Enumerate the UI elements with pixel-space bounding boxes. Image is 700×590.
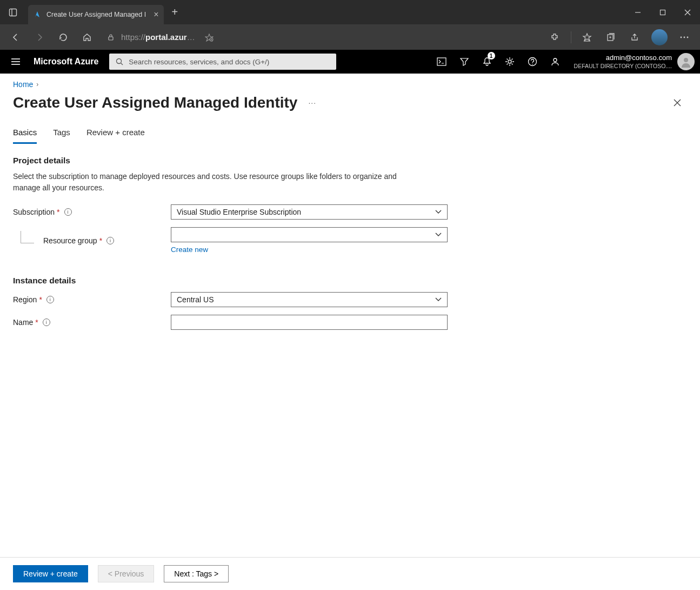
- required-marker: *: [99, 236, 102, 245]
- svg-line-21: [121, 63, 123, 65]
- info-icon[interactable]: i: [43, 319, 50, 326]
- global-search-input[interactable]: Search resources, services, and docs (G+…: [109, 54, 336, 70]
- svg-point-15: [684, 36, 685, 38]
- next-button[interactable]: Next : Tags >: [164, 565, 229, 582]
- svg-point-20: [117, 59, 122, 64]
- browser-toolbar: https://portal.azur…: [0, 24, 700, 50]
- subscription-label: Subscription: [13, 208, 55, 216]
- account-email: admin@contoso.com: [574, 54, 672, 63]
- create-new-link[interactable]: Create new: [171, 246, 208, 254]
- home-button[interactable]: [77, 27, 97, 48]
- window-minimize-button[interactable]: [625, 0, 650, 24]
- name-input[interactable]: [171, 315, 448, 330]
- info-icon[interactable]: i: [64, 208, 72, 216]
- settings-icon[interactable]: [498, 50, 521, 74]
- tab-strip-icon[interactable]: [8, 7, 18, 18]
- account-directory: DEFAULT DIRECTORY (CONTOSO....: [574, 63, 672, 70]
- svg-point-23: [508, 60, 511, 63]
- svg-point-25: [532, 64, 533, 65]
- new-tab-button[interactable]: +: [171, 6, 178, 18]
- region-label: Region: [13, 295, 37, 304]
- search-placeholder: Search resources, services, and docs (G+…: [129, 58, 269, 66]
- form-tabs: Basics Tags Review + create: [13, 128, 687, 144]
- required-marker: *: [57, 208, 59, 216]
- azure-brand[interactable]: Microsoft Azure: [34, 57, 98, 67]
- address-bar[interactable]: https://portal.azur…: [104, 32, 217, 42]
- notifications-icon[interactable]: 1: [476, 50, 498, 74]
- tab-basics[interactable]: Basics: [13, 128, 37, 144]
- url-suffix: …: [187, 32, 195, 42]
- blade-content: Home › Create User Assigned Managed Iden…: [0, 74, 700, 557]
- reader-mode-icon[interactable]: [205, 33, 214, 42]
- section-project-description: Select the subscription to manage deploy…: [13, 171, 424, 194]
- resource-group-label: Resource group: [43, 236, 97, 245]
- svg-point-14: [681, 36, 682, 38]
- lock-icon: [107, 34, 115, 41]
- svg-rect-0: [10, 9, 17, 16]
- account-info[interactable]: admin@contoso.com DEFAULT DIRECTORY (CON…: [566, 54, 677, 70]
- account-avatar[interactable]: [677, 53, 695, 70]
- name-label: Name: [13, 318, 33, 327]
- info-icon[interactable]: i: [106, 237, 114, 244]
- breadcrumb: Home ›: [13, 80, 687, 89]
- previous-button: < Previous: [98, 565, 155, 582]
- portal-menu-button[interactable]: [5, 50, 26, 74]
- resource-group-select[interactable]: [171, 227, 448, 242]
- profile-avatar[interactable]: [651, 29, 668, 45]
- page-title: Create User Assigned Managed Identity: [13, 94, 297, 111]
- chevron-down-icon: [435, 297, 442, 302]
- window-maximize-button[interactable]: [650, 0, 675, 24]
- region-select[interactable]: Central US: [171, 292, 448, 307]
- browser-titlebar: Create User Assigned Managed I × +: [0, 0, 700, 24]
- svg-point-16: [687, 36, 689, 38]
- collections-icon[interactable]: [601, 27, 621, 48]
- subscription-select[interactable]: Visual Studio Enterprise Subscription: [171, 204, 448, 220]
- wizard-footer: Review + create < Previous Next : Tags >: [0, 557, 700, 590]
- url-scheme: https://: [121, 32, 145, 42]
- azure-header: Microsoft Azure Search resources, servic…: [0, 50, 700, 74]
- search-icon: [116, 58, 123, 65]
- region-value: Central US: [177, 295, 214, 304]
- browser-menu-icon[interactable]: [674, 27, 695, 48]
- forward-button[interactable]: [29, 27, 50, 48]
- svg-point-27: [684, 58, 688, 62]
- required-marker: *: [39, 295, 42, 304]
- tab-review[interactable]: Review + create: [86, 128, 145, 144]
- svg-rect-3: [661, 10, 665, 15]
- page-more-button[interactable]: ···: [308, 98, 316, 107]
- window-close-button[interactable]: [675, 0, 700, 24]
- chevron-down-icon: [435, 233, 442, 237]
- share-icon[interactable]: [624, 27, 645, 48]
- tab-title: Create User Assigned Managed I: [46, 11, 146, 18]
- azure-favicon-icon: [34, 10, 42, 19]
- url-host: portal.azur: [145, 32, 187, 42]
- section-instance-details: Instance details: [13, 276, 687, 286]
- info-icon[interactable]: i: [46, 296, 54, 303]
- tab-tags[interactable]: Tags: [53, 128, 70, 144]
- chevron-right-icon: ›: [36, 81, 38, 88]
- review-create-button[interactable]: Review + create: [13, 565, 88, 582]
- breadcrumb-home[interactable]: Home: [13, 80, 33, 89]
- svg-rect-6: [109, 37, 113, 40]
- feedback-icon[interactable]: [544, 50, 566, 74]
- required-marker: *: [35, 318, 38, 327]
- section-project-details: Project details: [13, 156, 687, 165]
- back-button[interactable]: [5, 27, 26, 48]
- notification-badge: 1: [488, 52, 495, 59]
- close-blade-button[interactable]: [668, 93, 687, 112]
- extensions-icon[interactable]: [545, 27, 565, 48]
- svg-rect-22: [437, 58, 446, 65]
- tab-close-icon[interactable]: ×: [154, 10, 158, 19]
- directory-filter-icon[interactable]: [453, 50, 476, 74]
- svg-point-26: [554, 58, 557, 62]
- refresh-button[interactable]: [53, 27, 74, 48]
- browser-tab[interactable]: Create User Assigned Managed I ×: [28, 5, 164, 24]
- chevron-down-icon: [435, 210, 442, 214]
- subscription-value: Visual Studio Enterprise Subscription: [177, 208, 301, 216]
- cloud-shell-icon[interactable]: [430, 50, 453, 74]
- help-icon[interactable]: [521, 50, 544, 74]
- favorites-icon[interactable]: [577, 27, 597, 48]
